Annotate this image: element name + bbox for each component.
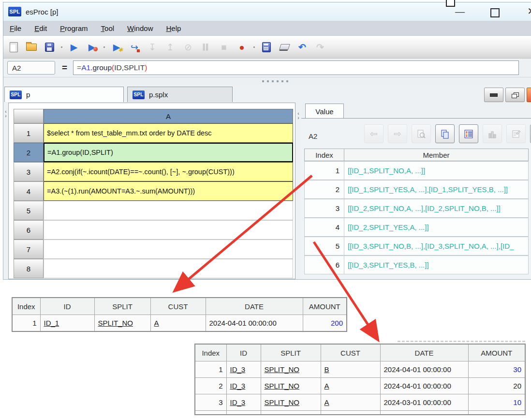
vertical-splitter[interactable]: ‹›: [295, 103, 301, 279]
cell-id[interactable]: ID_3: [226, 378, 261, 394]
new-file-icon[interactable]: [7, 41, 20, 53]
menu-bar: File Edit Program Tool Window Help: [3, 21, 531, 36]
run-icon[interactable]: ▶: [68, 41, 80, 53]
cell-amount[interactable]: 10: [468, 394, 525, 411]
cell-A6[interactable]: [44, 220, 293, 240]
cell-cust[interactable]: A: [321, 394, 380, 411]
cell-date[interactable]: 2024-04-01 00:00:00: [380, 361, 468, 378]
cell-A1[interactable]: $select * from test_table_mm.txt order b…: [44, 123, 293, 143]
cell-amount[interactable]: 20: [468, 378, 525, 394]
cell-index[interactable]: 3: [195, 394, 226, 411]
cell-amount[interactable]: 200: [303, 315, 347, 332]
cell-amount[interactable]: 30: [468, 361, 525, 378]
menu-tool[interactable]: Tool: [101, 24, 115, 32]
cell-split[interactable]: SPLIT_NO: [94, 315, 150, 332]
toolbar: ▶ ▶ ▶∗ ↪ ↧ ↥ ⊘ ▌▌ ■ ● ↶ ↷: [3, 36, 531, 59]
cell-date[interactable]: 2024-04-01 00:00:00: [206, 315, 303, 332]
cell-A7[interactable]: [44, 240, 293, 259]
cell-cust[interactable]: B: [321, 361, 380, 378]
menu-help[interactable]: Help: [166, 24, 181, 32]
cell-split[interactable]: SPLIT_NO: [261, 378, 321, 394]
debug-run-icon[interactable]: ▶: [86, 41, 98, 53]
cell-A3[interactable]: =A2.conj(if(~.icount(DATE)==~.count(), […: [44, 162, 293, 181]
cell-reference-box[interactable]: A2: [7, 61, 55, 75]
window-close-button[interactable]: ✕: [527, 5, 531, 17]
grid-corner-cell[interactable]: [14, 109, 44, 123]
value-row-member[interactable]: [[ID_2,SPLIT_NO,A, ...],[ID_2,SPLIT_NO,B…: [344, 199, 529, 218]
cell-split[interactable]: SPLIT_NO: [261, 394, 321, 411]
formula-input[interactable]: =A1.group(ID,SPLIT): [73, 60, 519, 75]
detail-view-icon[interactable]: [459, 124, 478, 143]
value-row-member[interactable]: [[ID_3,SPLIT_NO,B, ...],[ID_3,SPLIT_NO,A…: [344, 237, 529, 255]
pause-icon: ▌▌: [200, 41, 212, 53]
cell-A4[interactable]: =A3.(~(1).run(AMOUNT=A3.~.sum(AMOUNT))): [44, 181, 293, 201]
cell-index[interactable]: 2: [195, 378, 226, 394]
col-date: DATE: [380, 344, 468, 361]
collapse-panel-icon[interactable]: ‹›: [296, 111, 300, 120]
cell-index[interactable]: 1: [195, 361, 226, 378]
value-row-index[interactable]: 4: [304, 218, 344, 237]
breakpoint-icon[interactable]: ●: [236, 41, 248, 53]
value-row-index[interactable]: 3: [304, 199, 344, 218]
cell-A8[interactable]: [44, 259, 293, 278]
value-row-index[interactable]: 1: [304, 161, 344, 180]
row-header-4[interactable]: 4: [14, 181, 44, 201]
window-maximize-button[interactable]: [490, 8, 500, 17]
row-header-5[interactable]: 5: [14, 201, 44, 220]
doc-restore-button[interactable]: [505, 88, 525, 102]
value-row-member[interactable]: [[ID_2,SPLIT_YES,A, ...]]: [344, 218, 529, 237]
eraser-icon[interactable]: [278, 41, 291, 53]
tab-p[interactable]: SPL p: [4, 87, 124, 102]
menu-window[interactable]: Window: [127, 24, 153, 32]
cell-id[interactable]: ID_3: [226, 394, 261, 411]
cell-A2-selected[interactable]: =A1.group(ID,SPLIT): [44, 143, 293, 162]
row-header-8[interactable]: 8: [14, 259, 44, 278]
doc-minimize-button[interactable]: [484, 88, 503, 102]
value-row-member[interactable]: [[ID_1,SPLIT_YES,A, ...],[ID_1,SPLIT_YES…: [344, 180, 529, 199]
row-header-2[interactable]: 2: [14, 143, 44, 162]
toolbar-separator: [61, 46, 62, 48]
horizontal-splitter[interactable]: [3, 77, 531, 85]
collapse-left-icon[interactable]: ‹›: [4, 109, 8, 118]
cell-id[interactable]: ID_1: [40, 315, 94, 332]
cell-date[interactable]: 2024-03-01 00:00:00: [380, 394, 468, 411]
copy-icon[interactable]: [435, 124, 455, 143]
menu-file[interactable]: File: [10, 24, 21, 32]
tab-value[interactable]: Value: [305, 104, 344, 119]
step-over-icon[interactable]: ↪: [128, 41, 141, 53]
stop-icon: ■: [218, 41, 230, 53]
calculator-icon[interactable]: [260, 41, 273, 53]
undo-icon[interactable]: ↶: [296, 41, 309, 53]
value-toolbar: ⇦ ⇨: [364, 124, 531, 143]
tab-p-splx[interactable]: SPL p.splx: [127, 87, 233, 102]
row-header-7[interactable]: 7: [14, 240, 44, 259]
window-minimize-button[interactable]: —: [455, 6, 465, 17]
value-row-member[interactable]: [[ID_3,SPLIT_YES,B, ...]]: [344, 255, 529, 274]
table-row: 2 ID_3 SPLIT_NO A 2024-04-01 00:00:00 20: [195, 378, 525, 394]
cell-date[interactable]: 2024-04-01 00:00:00: [380, 378, 468, 394]
column-header-A[interactable]: A: [44, 109, 293, 123]
run-to-cursor-icon[interactable]: ▶∗: [110, 41, 123, 53]
menu-program[interactable]: Program: [60, 24, 88, 32]
cell-split[interactable]: SPLIT_NO: [261, 361, 321, 378]
window-title: esProc [p]: [26, 8, 59, 16]
cell-cust[interactable]: A: [321, 378, 380, 394]
value-row-index[interactable]: 6: [304, 255, 344, 274]
capture-artifact: [446, 0, 455, 7]
left-splitter[interactable]: ‹›: [3, 103, 8, 279]
cell-index[interactable]: 1: [12, 315, 40, 332]
open-file-icon[interactable]: [25, 41, 38, 53]
cell-cust[interactable]: A: [150, 315, 206, 332]
cell-id[interactable]: ID_3: [226, 361, 261, 378]
cell-A5[interactable]: [44, 201, 293, 220]
save-icon[interactable]: [43, 41, 56, 53]
col-id: ID: [40, 298, 94, 315]
menu-edit[interactable]: Edit: [34, 24, 47, 32]
value-row-index[interactable]: 2: [304, 180, 344, 199]
doc-close-button[interactable]: [527, 88, 531, 102]
row-header-6[interactable]: 6: [14, 220, 44, 240]
row-header-3[interactable]: 3: [14, 162, 44, 181]
value-row-member[interactable]: [[ID_1,SPLIT_NO,A, ...]]: [344, 161, 529, 180]
row-header-1[interactable]: 1: [14, 123, 44, 143]
value-row-index[interactable]: 5: [304, 237, 344, 255]
